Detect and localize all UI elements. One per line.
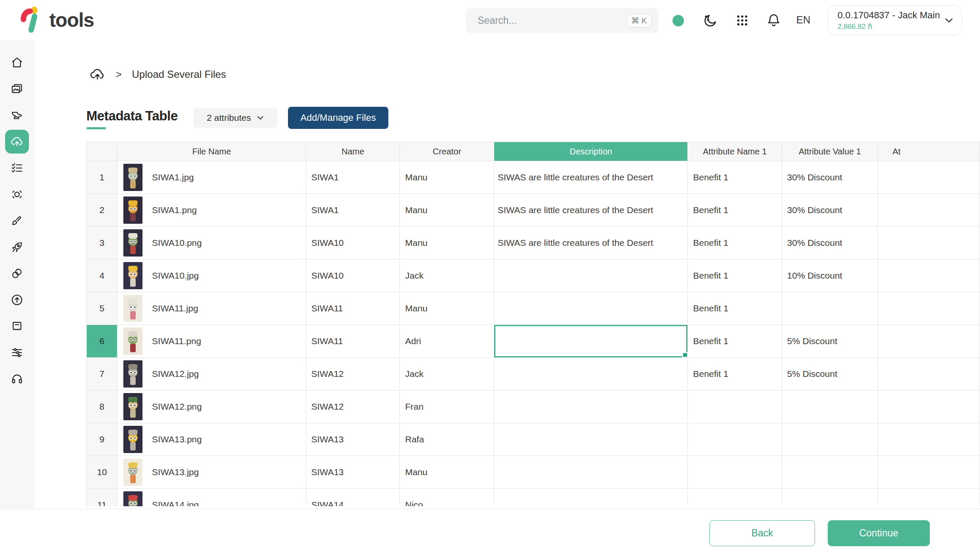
file-name-cell[interactable]: SIWA11.png [117, 325, 306, 358]
attribute-name-cell[interactable] [688, 456, 782, 489]
attributes-dropdown[interactable]: 2 attributes [194, 108, 278, 128]
row-number-cell[interactable]: 7 [87, 358, 117, 391]
attribute-name-cell[interactable]: Benefit 1 [688, 358, 782, 391]
language-selector[interactable]: EN [796, 14, 810, 26]
sidebar-item-tokens[interactable] [5, 262, 29, 285]
selected-description-cell[interactable] [494, 325, 688, 358]
row-number-cell[interactable]: 11 [87, 489, 117, 507]
description-cell[interactable]: SIWAS are little creatures of the Desert [494, 227, 688, 259]
description-cell[interactable]: SIWAS are little creatures of the Desert [494, 194, 688, 227]
creator-cell[interactable]: Fran [400, 391, 494, 423]
description-cell[interactable] [494, 358, 688, 391]
column-header-num[interactable] [87, 142, 117, 161]
file-name-cell[interactable]: SIWA1.png [117, 194, 306, 227]
column-header-file[interactable]: File Name [117, 142, 306, 161]
row-number-cell[interactable]: 3 [87, 227, 117, 259]
file-name-cell[interactable]: SIWA12.png [117, 391, 306, 423]
name-cell[interactable]: SIWA10 [306, 227, 400, 259]
name-cell[interactable]: SIWA14 [306, 489, 400, 507]
file-name-cell[interactable]: SIWA11.jpg [117, 292, 306, 325]
network-status-dot[interactable] [672, 15, 684, 26]
name-cell[interactable]: SIWA1 [306, 161, 400, 194]
account-menu[interactable]: 0.0.1704837 - Jack Main 2,866.82 ℏ [828, 5, 962, 35]
sidebar-item-checklist[interactable] [5, 156, 29, 180]
attribute-value-cell[interactable]: 30% Discount [782, 227, 878, 259]
file-name-cell[interactable]: SIWA10.jpg [117, 259, 306, 292]
attribute-value-cell[interactable]: 30% Discount [782, 161, 878, 194]
file-name-cell[interactable]: SIWA13.png [117, 423, 306, 456]
attribute-extra-cell[interactable] [878, 161, 980, 194]
description-cell[interactable] [494, 391, 688, 423]
name-cell[interactable]: SIWA10 [306, 259, 400, 292]
attribute-extra-cell[interactable] [878, 358, 980, 391]
description-cell[interactable] [494, 259, 688, 292]
attribute-extra-cell[interactable] [878, 227, 980, 259]
attribute-value-cell[interactable] [782, 489, 878, 507]
row-number-cell[interactable]: 4 [87, 259, 117, 292]
attribute-name-cell[interactable]: Benefit 1 [688, 161, 782, 194]
row-number-cell[interactable]: 8 [87, 391, 117, 423]
attribute-value-cell[interactable] [782, 423, 878, 456]
name-cell[interactable]: SIWA13 [306, 456, 400, 489]
attribute-extra-cell[interactable] [878, 489, 980, 507]
attribute-extra-cell[interactable] [878, 259, 980, 292]
row-number-cell[interactable]: 5 [87, 292, 117, 325]
file-name-cell[interactable]: SIWA12.jpg [117, 358, 306, 391]
name-cell[interactable]: SIWA11 [306, 292, 400, 325]
notifications-button[interactable] [765, 12, 782, 29]
name-cell[interactable]: SIWA1 [306, 194, 400, 227]
attribute-name-cell[interactable] [688, 391, 782, 423]
file-name-cell[interactable]: SIWA13.jpg [117, 456, 306, 489]
description-cell[interactable] [494, 423, 688, 456]
attribute-value-cell[interactable]: 5% Discount [782, 358, 878, 391]
sidebar-item-launch[interactable] [5, 235, 29, 259]
file-name-cell[interactable]: SIWA14.jpg [117, 489, 306, 507]
column-header-name[interactable]: Name [306, 142, 400, 161]
creator-cell[interactable]: Manu [400, 161, 494, 194]
name-cell[interactable]: SIWA12 [306, 358, 400, 391]
attribute-extra-cell[interactable] [878, 292, 980, 325]
column-header-extra[interactable]: At [878, 142, 980, 161]
breadcrumb-page[interactable]: Upload Several Files [132, 68, 226, 80]
creator-cell[interactable]: Adri [400, 325, 494, 358]
attribute-value-cell[interactable]: 10% Discount [782, 259, 878, 292]
name-cell[interactable]: SIWA11 [306, 325, 400, 358]
back-button[interactable]: Back [709, 520, 815, 546]
attribute-value-cell[interactable]: 30% Discount [782, 194, 878, 227]
attribute-name-cell[interactable]: Benefit 1 [688, 194, 782, 227]
attribute-value-cell[interactable] [782, 391, 878, 423]
search-bar[interactable]: ⌘ K [466, 8, 658, 33]
row-number-cell[interactable]: 10 [87, 456, 117, 489]
description-cell[interactable]: SIWAS are little creatures of the Desert [494, 161, 688, 194]
attribute-value-cell[interactable] [782, 292, 878, 325]
file-name-cell[interactable]: SIWA1.jpg [117, 161, 306, 194]
sidebar-item-settings[interactable] [5, 341, 29, 365]
name-cell[interactable]: SIWA13 [306, 423, 400, 456]
sidebar-item-home[interactable] [5, 51, 29, 74]
sidebar-item-support[interactable] [5, 367, 29, 391]
attribute-extra-cell[interactable] [878, 423, 980, 456]
creator-cell[interactable]: Jack [400, 259, 494, 292]
sidebar-item-docs[interactable] [5, 314, 29, 338]
row-number-cell[interactable]: 1 [87, 161, 117, 194]
attribute-extra-cell[interactable] [878, 391, 980, 423]
description-cell[interactable] [494, 292, 688, 325]
attribute-extra-cell[interactable] [878, 325, 980, 358]
column-header-creator[interactable]: Creator [400, 142, 494, 161]
attribute-extra-cell[interactable] [878, 456, 980, 489]
apps-menu-button[interactable] [734, 12, 751, 29]
sidebar-item-publish[interactable] [5, 288, 29, 312]
search-input[interactable] [478, 15, 627, 26]
creator-cell[interactable]: Manu [400, 227, 494, 259]
sidebar-item-forge[interactable] [5, 103, 29, 127]
app-logo[interactable]: tools [20, 6, 94, 34]
attribute-name-cell[interactable]: Benefit 1 [688, 292, 782, 325]
attribute-name-cell[interactable] [688, 489, 782, 507]
description-cell[interactable] [494, 489, 688, 507]
cell-fill-handle[interactable] [682, 352, 688, 358]
attribute-name-cell[interactable]: Benefit 1 [688, 259, 782, 292]
attribute-name-cell[interactable] [688, 423, 782, 456]
column-header-attrval[interactable]: Attribute Value 1 [782, 142, 878, 161]
name-cell[interactable]: SIWA12 [306, 391, 400, 423]
attribute-value-cell[interactable]: 5% Discount [782, 325, 878, 358]
